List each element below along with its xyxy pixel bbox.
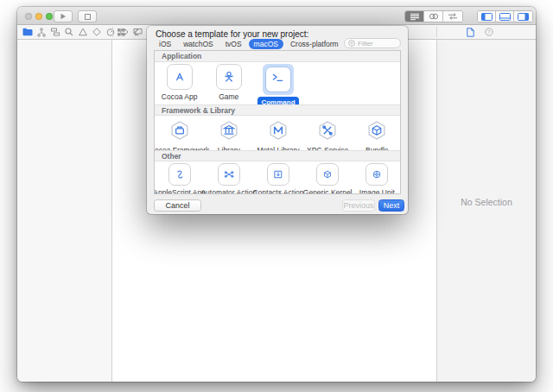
- xcode-window: ? No Selection Choose a template for you…: [17, 7, 536, 382]
- debug-navigator-tab[interactable]: [105, 26, 116, 38]
- assistant-editor-icon: [429, 13, 439, 20]
- editor-mode-control: [404, 10, 463, 22]
- folder-icon: [22, 28, 33, 36]
- standard-editor-button[interactable]: [405, 11, 424, 22]
- template-cocoa-framework[interactable]: Cocoa Framework: [155, 116, 204, 155]
- platform-tabs: iOS watchOS tvOS macOS Cross-platform: [154, 39, 344, 49]
- utilities-pane: No Selection: [436, 40, 536, 382]
- dialog-title: Choose a template for your new project:: [156, 29, 308, 39]
- quick-help-tab[interactable]: ?: [483, 26, 494, 38]
- filter-field[interactable]: [344, 38, 401, 48]
- warning-triangle-icon: [79, 28, 87, 36]
- titlebar[interactable]: [17, 7, 536, 25]
- navigator-toggle-button[interactable]: [478, 11, 496, 22]
- debug-area-toggle-button[interactable]: [496, 11, 514, 22]
- version-editor-button[interactable]: [443, 11, 462, 22]
- source-control-navigator-tab[interactable]: [35, 26, 47, 38]
- template-applescript-app[interactable]: AppleScript App: [155, 161, 204, 194]
- filter-icon: [348, 40, 355, 47]
- template-image-unit[interactable]: Image Unit: [353, 161, 401, 194]
- desktop: ? No Selection Choose a template for you…: [0, 0, 553, 392]
- pane-divider-right: [436, 27, 437, 37]
- selected-template-highlight: [263, 64, 294, 95]
- section-header-framework-library: Framework & Library: [155, 104, 400, 116]
- back-arrow-icon[interactable]: [130, 26, 142, 38]
- other-row: AppleScript App Automator Action Contact…: [155, 161, 401, 194]
- tab-watchos[interactable]: watchOS: [178, 39, 219, 49]
- cocoa-framework-icon: [167, 117, 193, 143]
- dialog-buttons: Cancel Previous Next: [147, 199, 408, 214]
- search-icon: [65, 28, 73, 36]
- template-label: Contacts Action: [252, 188, 303, 194]
- template-contacts-action[interactable]: Contacts Action: [253, 161, 302, 194]
- previous-button[interactable]: Previous: [342, 199, 375, 212]
- utilities-panel-icon: [518, 13, 529, 21]
- source-control-icon: [37, 28, 46, 37]
- symbols-icon: [51, 28, 60, 36]
- template-label: Cocoa App: [162, 92, 198, 101]
- utilities-toggle-button[interactable]: [514, 11, 532, 22]
- generic-kernel-icon: [316, 163, 339, 186]
- project-navigator-tab[interactable]: [22, 26, 33, 38]
- play-icon: [60, 13, 67, 20]
- symbol-navigator-tab[interactable]: [49, 26, 60, 38]
- template-label: Generic Kernel: [303, 188, 353, 194]
- library-icon: [216, 117, 242, 143]
- debug-area-icon: [499, 13, 511, 21]
- inspector-tabs: ?: [465, 25, 494, 39]
- template-library[interactable]: Library: [204, 116, 253, 155]
- svg-text:?: ?: [487, 29, 491, 35]
- bundle-icon: [364, 117, 390, 143]
- navigator-panel-icon: [481, 13, 493, 21]
- template-label: Image Unit: [359, 188, 395, 194]
- applescript-app-icon: [168, 163, 191, 186]
- version-editor-icon: [448, 13, 458, 20]
- file-inspector-tab[interactable]: [465, 26, 476, 38]
- filter-input[interactable]: [358, 40, 397, 47]
- template-label: Game: [219, 92, 238, 101]
- image-unit-icon: [365, 163, 388, 186]
- diamond-icon: [92, 28, 101, 36]
- find-navigator-tab[interactable]: [63, 26, 74, 38]
- pane-divider: [112, 27, 113, 37]
- automator-action-icon: [218, 163, 240, 186]
- template-metal-library[interactable]: Metal Library: [253, 116, 302, 155]
- navigator-pane[interactable]: [17, 40, 112, 382]
- framework-row: Cocoa Framework Library Metal Library: [155, 116, 401, 155]
- template-automator-action[interactable]: Automator Action: [204, 161, 253, 194]
- zoom-button[interactable]: [46, 13, 53, 20]
- test-navigator-tab[interactable]: [91, 26, 102, 38]
- stop-button[interactable]: [78, 10, 97, 22]
- template-bundle[interactable]: Bundle: [353, 116, 401, 155]
- metal-library-icon: [265, 117, 291, 143]
- close-button[interactable]: [25, 13, 32, 20]
- no-selection-label: No Selection: [437, 197, 536, 207]
- command-line-tool-icon: [265, 66, 291, 92]
- stop-icon: [85, 14, 91, 20]
- contacts-action-icon: [267, 163, 289, 186]
- cancel-button[interactable]: Cancel: [154, 199, 201, 212]
- section-header-application: Application: [155, 51, 400, 62]
- next-button[interactable]: Next: [378, 199, 404, 212]
- tab-tvos[interactable]: tvOS: [220, 39, 247, 49]
- new-project-template-dialog: Choose a template for your new project: …: [147, 26, 408, 214]
- template-label: AppleScript App: [154, 188, 206, 194]
- related-items-icon[interactable]: [116, 26, 127, 38]
- template-xpc-service[interactable]: XPC Service: [303, 116, 353, 155]
- template-generic-kernel[interactable]: Generic Kernel: [303, 161, 353, 194]
- assistant-editor-button[interactable]: [424, 11, 443, 22]
- cocoa-app-icon: [167, 64, 193, 90]
- tab-cross-platform[interactable]: Cross-platform: [285, 39, 344, 49]
- minimize-button[interactable]: [35, 13, 42, 20]
- view-toggle-control: [477, 10, 533, 22]
- game-icon: [216, 64, 242, 90]
- tab-ios[interactable]: iOS: [154, 39, 176, 49]
- gauge-icon: [106, 28, 115, 36]
- run-button[interactable]: [54, 10, 73, 22]
- issue-navigator-tab[interactable]: [77, 26, 88, 38]
- tab-macos[interactable]: macOS: [249, 39, 283, 49]
- xpc-service-icon: [315, 117, 340, 143]
- standard-editor-icon: [410, 13, 420, 21]
- template-list: Application Cocoa App Game: [154, 50, 401, 194]
- section-header-other: Other: [155, 150, 400, 161]
